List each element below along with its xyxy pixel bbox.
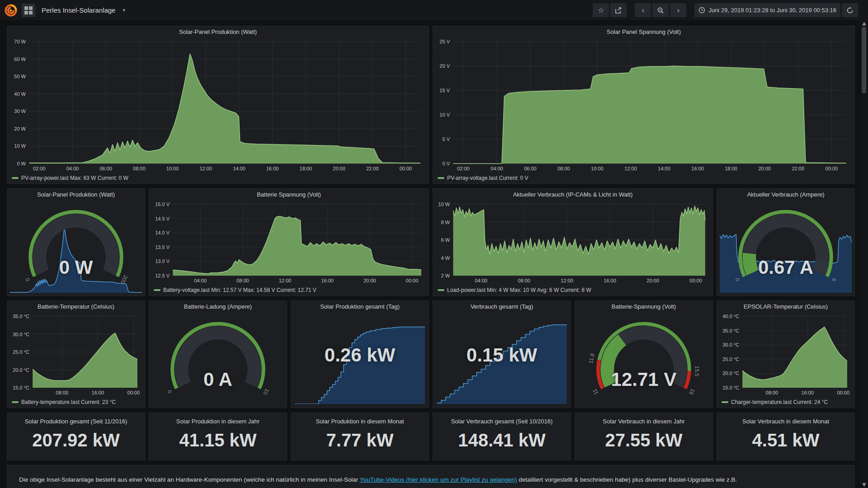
battery-voltage-chart[interactable]: 04:0008:0012:0016:0020:0000:0012.5 V13.0… — [151, 201, 427, 285]
scrollbar-thumb[interactable] — [862, 27, 866, 94]
svg-text:12:00: 12:00 — [199, 166, 212, 171]
star-dashboard-button[interactable]: ☆ — [593, 3, 609, 17]
svg-text:06:00: 06:00 — [524, 166, 537, 171]
svg-text:04:00: 04:00 — [66, 166, 79, 171]
dashboard-title[interactable]: Perles Insel-Solaranlage — [42, 6, 115, 14]
panel-pv-power-graph: Solar-Panel Produktion (Watt) 02:0004:00… — [7, 26, 429, 184]
grafana-logo-icon[interactable] — [5, 4, 17, 17]
svg-text:04:00: 04:00 — [475, 278, 487, 283]
chevron-left-icon: ‹ — [642, 7, 644, 14]
svg-text:16:00: 16:00 — [802, 390, 814, 395]
series-swatch — [438, 289, 444, 291]
legend-battery-voltage[interactable]: Battery-voltage.last Min: 12.57 V Max: 1… — [154, 286, 316, 294]
panel-title[interactable]: Aktueller Verbrauch (IP-CAMs & Licht in … — [433, 191, 712, 198]
legend-pv-power[interactable]: PV-array-power.last Max: 63 W Current: 0… — [12, 174, 128, 182]
panel-title[interactable]: Batterie Spannung (Volt) — [149, 191, 429, 198]
gauge-value: 12.71 V — [575, 369, 712, 390]
legend-epsolar-temp[interactable]: Charger-temperature.last Current: 24 °C — [722, 398, 828, 406]
svg-text:16:00: 16:00 — [691, 166, 704, 171]
svg-text:18:00: 18:00 — [725, 166, 737, 171]
svg-text:5 V: 5 V — [442, 136, 450, 142]
panel-title[interactable]: Batterie-Spannung (Volt) — [575, 303, 712, 310]
svg-text:12:00: 12:00 — [279, 278, 292, 283]
stat-title[interactable]: Solar Verbrauch in diesem Monat — [717, 418, 854, 425]
panel-title[interactable]: Solar Produktion gesamt (Tag) — [291, 303, 429, 310]
panel-pv-voltage-graph: Solar Panel Spannung (Volt) 02:0004:0006… — [433, 26, 855, 184]
svg-text:04:00: 04:00 — [491, 166, 503, 171]
panel-consumption-day: Verbrauch gesamt (Tag) 0.15 kW — [433, 300, 571, 408]
gauge-value: 0.67 A — [717, 257, 854, 278]
svg-text:22:00: 22:00 — [366, 166, 379, 171]
dashboards-menu-button[interactable] — [22, 4, 35, 17]
time-shift-back-button[interactable]: ‹ — [635, 3, 651, 17]
scroll-up-icon[interactable]: ▲ — [860, 20, 868, 27]
zoom-out-button[interactable] — [652, 3, 669, 17]
svg-text:12:00: 12:00 — [561, 278, 573, 283]
panel-title[interactable]: Solar-Panel Produktion (Watt) — [7, 28, 429, 35]
panel-stat-production-year: Solar Produktion in diesem Jahr 41.15 kW — [149, 413, 287, 460]
svg-text:00:00: 00:00 — [400, 166, 412, 171]
svg-text:20 V: 20 V — [439, 63, 450, 69]
panel-stat-total-consumption: Solar Verbrauch gesamt (Seit 10/2016) 14… — [433, 413, 571, 460]
epsolar-temp-chart[interactable]: 08:0016:0000:0015.0 °C20.0 °C25.0 °C30.0… — [719, 313, 853, 397]
svg-text:25.0 °C: 25.0 °C — [13, 349, 29, 355]
svg-text:12:00: 12:00 — [624, 166, 637, 171]
svg-text:00:00: 00:00 — [837, 390, 850, 395]
svg-text:10:00: 10:00 — [591, 166, 604, 171]
svg-text:15.0 °C: 15.0 °C — [13, 385, 29, 390]
panel-title[interactable]: Batterie-Temperatur (Celsius) — [7, 303, 145, 310]
youtube-playlist-link[interactable]: YouTube-Videos (hier klicken um zur Play… — [360, 476, 517, 483]
svg-text:12.5 V: 12.5 V — [155, 273, 170, 278]
stat-title[interactable]: Solar Verbrauch gesamt (Seit 10/2016) — [433, 418, 571, 425]
share-dashboard-button[interactable] — [610, 3, 627, 17]
chevron-right-icon: › — [677, 7, 679, 14]
panel-title[interactable]: Aktueller Verbrauch (Ampere) — [717, 191, 854, 198]
panel-epsolar-temp-graph: EPSOLAR-Temperatur (Celsius) 08:0016:000… — [717, 300, 855, 408]
vertical-scrollbar[interactable]: ▲ ▼ — [860, 20, 868, 488]
svg-text:00:00: 00:00 — [689, 278, 702, 283]
svg-text:0 V: 0 V — [442, 161, 450, 166]
series-swatch — [12, 401, 19, 403]
panel-title[interactable]: Verbrauch gesamt (Tag) — [433, 303, 571, 310]
pv-power-chart[interactable]: 02:0004:0006:0008:0010:0012:0014:0016:00… — [9, 38, 427, 173]
svg-text:16:00: 16:00 — [604, 278, 616, 283]
svg-text:35.0 °C: 35.0 °C — [13, 314, 29, 319]
legend-pv-voltage[interactable]: PV-array-voltage.last Current: 0 V — [438, 174, 528, 182]
apps-grid-icon — [24, 6, 33, 14]
battery-temp-chart[interactable]: 08:0016:0000:0015.0 °C20.0 °C25.0 °C30.0… — [9, 313, 143, 397]
panel-title[interactable]: EPSOLAR-Temperatur (Celsius) — [717, 303, 854, 310]
panel-stat-consumption-year: Solar Verbrauch in diesem Jahr 27.55 kW — [575, 413, 713, 460]
pv-voltage-chart[interactable]: 02:0004:0006:0008:0010:0012:0014:0016:00… — [435, 38, 853, 173]
stat-value: 4.51 kW — [717, 430, 854, 450]
stat-title[interactable]: Solar Produktion gesamt (Seit 11/2016) — [7, 418, 145, 425]
stat-title[interactable]: Solar Verbrauch in diesem Jahr — [575, 418, 712, 425]
panel-title[interactable]: Solar Panel Spannung (Volt) — [433, 28, 854, 35]
stat-title[interactable]: Solar Produktion in diesem Monat — [291, 418, 429, 425]
panel-title[interactable]: Solar-Panel Produktion (Watt) — [7, 191, 145, 198]
grafana-dashboard: Perles Insel-Solaranlage ▾ ☆ ‹ › Juni 29… — [0, 0, 868, 488]
panel-title[interactable]: Batterie-Ladung (Ampere) — [149, 303, 287, 310]
stat-title[interactable]: Solar Produktion in diesem Jahr — [149, 418, 287, 425]
svg-text:25.0 °C: 25.0 °C — [722, 357, 739, 362]
svg-text:20.0 °C: 20.0 °C — [722, 371, 739, 376]
svg-text:13.5 V: 13.5 V — [155, 244, 170, 250]
time-range-picker[interactable]: Juni 29, 2019 01:23:28 to Juni 30, 2019 … — [694, 3, 840, 17]
stat-value: 0.15 kW — [433, 344, 571, 366]
svg-text:16:00: 16:00 — [321, 278, 334, 283]
svg-text:08:00: 08:00 — [56, 390, 69, 395]
scroll-down-icon[interactable]: ▼ — [860, 482, 868, 488]
load-power-chart[interactable]: 04:0008:0012:0016:0020:0000:002 W4 W6 W8… — [435, 201, 711, 285]
time-shift-forward-button[interactable]: › — [670, 3, 686, 17]
svg-text:08:00: 08:00 — [133, 166, 146, 171]
svg-text:06:00: 06:00 — [99, 166, 112, 171]
svg-text:25 V: 25 V — [439, 39, 450, 44]
svg-text:22:00: 22:00 — [792, 166, 805, 171]
svg-text:50 W: 50 W — [14, 74, 26, 79]
stat-value: 27.55 kW — [575, 430, 712, 450]
refresh-icon — [846, 7, 854, 14]
svg-text:15 V: 15 V — [439, 88, 450, 93]
legend-battery-temp[interactable]: Battery-temperature.last Current: 23 °C — [12, 398, 116, 406]
chevron-down-icon[interactable]: ▾ — [123, 7, 125, 13]
legend-load-power[interactable]: Load-power.last Min: 4 W Max: 10 W Avg: … — [438, 286, 591, 294]
refresh-button[interactable] — [842, 3, 858, 17]
